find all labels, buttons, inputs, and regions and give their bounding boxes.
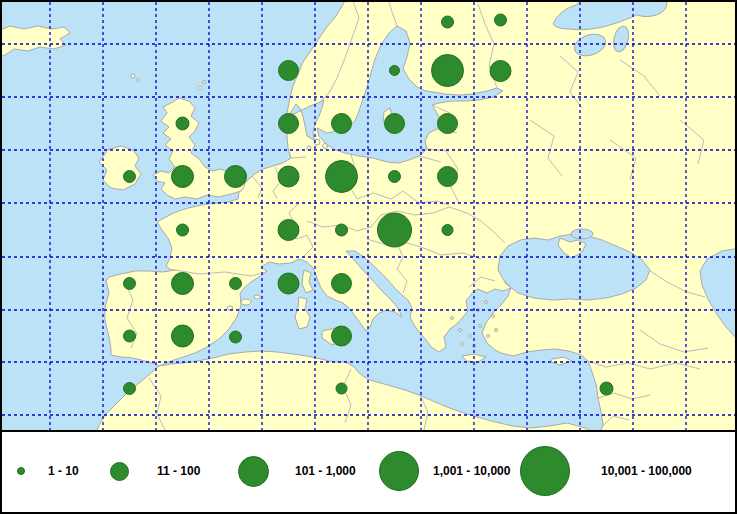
occurrence-circle-baltic-gotland (385, 114, 405, 134)
occurrence-circle-portugal (124, 330, 136, 342)
sea-of-azov (571, 229, 593, 239)
map-area (2, 2, 735, 432)
occurrence-circle-central-italy (332, 274, 352, 294)
legend-label: 1 - 10 (48, 464, 79, 478)
occurrence-circle-tunisia-libya (336, 383, 347, 394)
legend-label: 1,001 - 10,000 (433, 464, 510, 478)
legend-circle-icon (17, 467, 25, 475)
occurrence-circle-catalonia (230, 278, 242, 290)
occurrence-circle-southern-finland (432, 55, 464, 87)
occurrence-circle-western-poland (389, 171, 401, 183)
occurrence-circle-galicia (124, 278, 136, 290)
occurrence-circle-southern-spain (172, 325, 194, 347)
legend-label: 101 - 1,000 (295, 464, 356, 478)
legend-circle-icon (379, 451, 419, 491)
occurrence-circle-hungary (378, 213, 412, 247)
occurrence-circle-norway (279, 61, 299, 81)
occurrence-circle-germany (326, 161, 358, 193)
occurrence-circle-morocco (124, 383, 136, 395)
europe-map (2, 2, 735, 430)
occurrence-circle-arctic-russia (495, 14, 507, 26)
occurrence-circle-balearic-islands (230, 331, 242, 343)
legend-circle-icon (520, 446, 570, 496)
occurrence-circle-southern-sweden (332, 114, 352, 134)
occurrence-circle-northwest-russia (490, 61, 511, 82)
occurrence-circle-baltic-states (438, 114, 458, 134)
occurrence-circle-eastern-poland (438, 167, 458, 187)
legend-circle-icon (110, 462, 129, 481)
occurrence-circle-northern-spain (172, 273, 194, 295)
occurrence-circle-austria (336, 224, 348, 236)
occurrence-circle-brittany (177, 224, 189, 236)
occurrence-circle-sicily (332, 326, 352, 346)
menorca (254, 295, 260, 299)
occurrence-circle-ireland (124, 171, 136, 183)
occurrence-circle-netherlands-belgium (278, 166, 299, 187)
occurrence-circle-northern-finland (442, 16, 454, 28)
mallorca (241, 299, 251, 305)
distribution-map-frame: 1 - 1011 - 100101 - 1,0001,001 - 10,0001… (0, 0, 737, 514)
legend-label: 10,001 - 100,000 (601, 464, 692, 478)
occurrence-circle-southeast-england (225, 166, 247, 188)
map-legend: 1 - 1011 - 100101 - 1,0001,001 - 10,0001… (2, 432, 735, 512)
occurrence-circle-scotland (176, 117, 189, 130)
legend-circle-icon (238, 456, 269, 487)
occurrence-circle-corsica-sardinia (278, 273, 299, 294)
occurrence-circle-denmark (279, 114, 299, 134)
occurrence-circle-england-wales (172, 166, 194, 188)
occurrence-circle-syria (600, 382, 613, 395)
occurrence-circle-gulf-of-bothnia (390, 66, 400, 76)
legend-label: 11 - 100 (157, 464, 200, 478)
occurrence-circle-romania (442, 225, 453, 236)
occurrence-circle-switzerland (278, 220, 299, 241)
